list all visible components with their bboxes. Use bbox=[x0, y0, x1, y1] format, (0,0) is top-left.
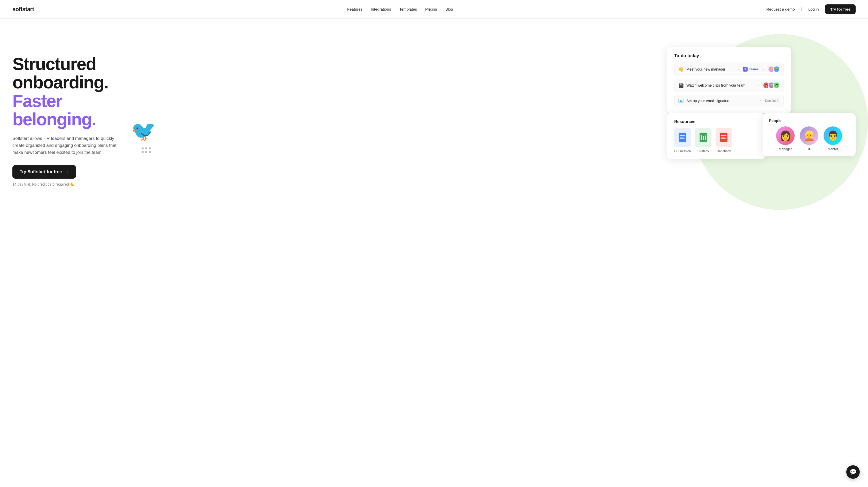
todo-item-manager[interactable]: 👋 Meet your new manager • T Teams • 😊 😎 bbox=[674, 62, 784, 76]
resources-card: Resources Our mission bbox=[667, 113, 765, 159]
dot bbox=[149, 147, 151, 149]
resource-item-handbook[interactable]: Handbook bbox=[716, 128, 732, 153]
svg-rect-7 bbox=[705, 136, 706, 140]
resource-item-strategy[interactable]: Strategy bbox=[695, 128, 711, 153]
svg-rect-1 bbox=[680, 135, 685, 136]
svg-rect-10 bbox=[721, 137, 725, 138]
person-label-mentor: Mentor bbox=[828, 147, 838, 151]
todo-text-email: Set up your email signature bbox=[686, 99, 755, 103]
svg-rect-11 bbox=[721, 138, 726, 139]
people-title: People bbox=[769, 118, 849, 123]
card-row-bottom: Resources Our mission bbox=[667, 113, 856, 159]
nav-pricing[interactable]: Pricing bbox=[425, 7, 437, 11]
people-card: People 👩 Manager 👱 HR 👨 Mentor bbox=[763, 113, 856, 156]
chat-icon: 💬 bbox=[850, 469, 857, 476]
todo-text-manager: Meet your new manager bbox=[686, 67, 734, 71]
hero-title-line2: Faster belonging. bbox=[12, 92, 147, 129]
nav-divider: | bbox=[801, 7, 802, 11]
login-link[interactable]: Log in bbox=[808, 7, 819, 11]
hero-cta-arrow: → bbox=[64, 169, 69, 174]
todo-item-clips[interactable]: 🎬 Watch welcome clips from your team • 👩… bbox=[674, 79, 784, 92]
dot bbox=[145, 151, 147, 153]
todo-item-email[interactable]: 📧 Set up your email signature • Due Jul … bbox=[674, 95, 784, 107]
todo-avatars-clips: 👩 👱 🧑 bbox=[763, 82, 780, 89]
dot bbox=[145, 147, 147, 149]
resource-label-handbook: Handbook bbox=[717, 149, 731, 153]
resources-grid: Our mission Strategy bbox=[674, 128, 758, 153]
avatar-5: 🧑 bbox=[773, 82, 780, 89]
todo-icon-camera: 🎬 bbox=[678, 82, 684, 88]
person-avatar-manager: 👩 bbox=[776, 126, 795, 145]
hero-visual: 🐦 To-do today 👋 Meet your new manager bbox=[147, 39, 856, 194]
todo-icon-wave: 👋 bbox=[678, 66, 684, 72]
resource-label-mission: Our mission bbox=[674, 149, 691, 153]
separator: • bbox=[738, 67, 739, 71]
todo-card: To-do today 👋 Meet your new manager • T … bbox=[667, 47, 791, 113]
todo-icon-email: 📧 bbox=[678, 98, 684, 104]
todo-card-title: To-do today bbox=[674, 53, 784, 58]
svg-rect-9 bbox=[721, 135, 726, 136]
svg-rect-3 bbox=[680, 138, 685, 139]
nav-features[interactable]: Features bbox=[347, 7, 363, 11]
hero-title: Structured onboarding. Faster belonging. bbox=[12, 55, 147, 129]
todo-text-clips: Watch welcome clips from your team bbox=[686, 83, 753, 87]
person-label-manager: Manager bbox=[779, 147, 792, 151]
dot bbox=[149, 151, 151, 153]
hero-section: Structured onboarding. Faster belonging.… bbox=[0, 19, 868, 487]
ui-preview: To-do today 👋 Meet your new manager • T … bbox=[667, 47, 856, 159]
person-manager[interactable]: 👩 Manager bbox=[776, 126, 795, 151]
navbar: softstart Features Integrations Template… bbox=[0, 0, 868, 19]
people-grid: 👩 Manager 👱 HR 👨 Mentor bbox=[769, 126, 849, 151]
trial-note: 14 day trial. No credit card required 👑 bbox=[12, 182, 147, 187]
separator: • bbox=[763, 67, 764, 71]
svg-rect-6 bbox=[703, 136, 704, 140]
nav-links: Features Integrations Templates Pricing … bbox=[347, 7, 453, 11]
mascot-dots bbox=[142, 147, 151, 153]
separator: • bbox=[757, 83, 759, 87]
avatar-2: 😎 bbox=[773, 66, 780, 73]
teams-label: Teams bbox=[749, 67, 758, 71]
resource-icon-mission bbox=[674, 128, 691, 147]
resource-item-mission[interactable]: Our mission bbox=[674, 128, 691, 153]
resource-label-strategy: Strategy bbox=[698, 149, 709, 153]
try-free-button[interactable]: Try for free bbox=[825, 4, 856, 14]
person-mentor[interactable]: 👨 Mentor bbox=[824, 126, 842, 151]
chat-button[interactable]: 💬 bbox=[846, 465, 860, 479]
teams-badge: T Teams bbox=[743, 67, 758, 71]
person-label-hr: HR bbox=[807, 147, 812, 151]
person-hr[interactable]: 👱 HR bbox=[800, 126, 818, 151]
person-avatar-hr: 👱 bbox=[800, 126, 818, 145]
svg-rect-2 bbox=[680, 137, 684, 138]
resource-icon-strategy bbox=[695, 128, 711, 147]
hero-content: Structured onboarding. Faster belonging.… bbox=[12, 39, 147, 187]
hero-title-line1: Structured onboarding. bbox=[12, 55, 147, 92]
hero-cta-button[interactable]: Try Softstart for free → bbox=[12, 165, 76, 179]
teams-icon: T bbox=[743, 67, 748, 71]
dot bbox=[142, 151, 144, 153]
nav-integrations[interactable]: Integrations bbox=[371, 7, 391, 11]
todo-due-date: Due Jul 21 bbox=[765, 99, 780, 103]
request-demo-link[interactable]: Request a demo bbox=[767, 7, 795, 11]
resource-icon-handbook bbox=[716, 128, 732, 147]
svg-rect-5 bbox=[701, 135, 702, 140]
separator: • bbox=[760, 99, 761, 103]
nav-templates[interactable]: Templates bbox=[399, 7, 417, 11]
logo[interactable]: softstart bbox=[12, 6, 34, 13]
hero-description: Softstart allows HR leaders and managers… bbox=[12, 135, 121, 156]
hero-cta-label: Try Softstart for free bbox=[20, 169, 62, 174]
resources-title: Resources bbox=[674, 119, 758, 124]
nav-right: Request a demo | Log in Try for free bbox=[767, 4, 856, 14]
nav-blog[interactable]: Blog bbox=[445, 7, 453, 11]
dot bbox=[142, 147, 144, 149]
todo-avatars-manager: 😊 😎 bbox=[768, 66, 780, 73]
person-avatar-mentor: 👨 bbox=[824, 126, 842, 145]
